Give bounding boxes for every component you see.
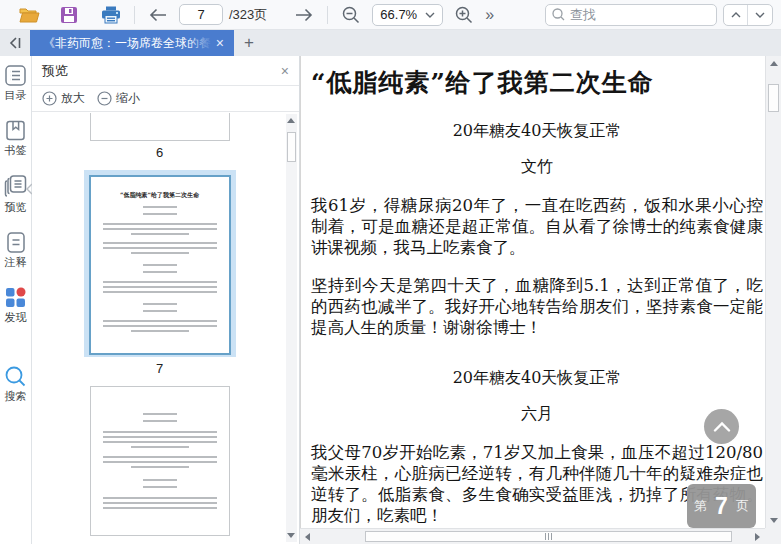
plus-circle-icon bbox=[42, 91, 57, 106]
sidebar-item-label: 发现 bbox=[5, 311, 27, 324]
sidebar-rail: 目录 书签 预览 注释 发现 搜索 bbox=[0, 56, 32, 544]
zoom-level-value: 66.7% bbox=[380, 7, 417, 22]
tab-bar: 《非药而愈：一场席卷全球的餐 × + bbox=[0, 30, 781, 56]
scroll-right-arrow-icon[interactable] bbox=[755, 533, 760, 541]
scroll-up-arrow-icon[interactable] bbox=[770, 61, 778, 66]
zoom-level-select[interactable]: 66.7% bbox=[372, 4, 443, 26]
find-input-box[interactable] bbox=[545, 4, 717, 26]
page-indicator-badge: 第 7 页 bbox=[687, 484, 756, 528]
thumbnail-zoom-in-button[interactable]: 放大 bbox=[42, 90, 85, 107]
open-file-button[interactable] bbox=[16, 3, 42, 27]
scrollbar-corner bbox=[765, 528, 781, 544]
print-button[interactable] bbox=[98, 3, 124, 27]
find-bar bbox=[545, 4, 773, 26]
thumbnail-zoom-out-button[interactable]: 缩小 bbox=[97, 90, 140, 107]
sidebar-item-label: 注释 bbox=[5, 256, 27, 269]
chevron-down-icon bbox=[425, 12, 435, 18]
main-toolbar: /323页 66.7% » bbox=[0, 0, 781, 30]
preview-panel-header: 预览 × bbox=[32, 56, 299, 86]
scroll-down-arrow-icon[interactable] bbox=[770, 518, 778, 523]
page-number-input[interactable] bbox=[179, 4, 223, 25]
preview-pages-icon bbox=[3, 174, 28, 199]
doc-title: “低脂纯素”给了我第二次生命 bbox=[311, 66, 763, 99]
sidebar-item-label: 书签 bbox=[5, 144, 27, 157]
preview-scrollbar-thumb[interactable] bbox=[287, 132, 296, 162]
doc-paragraph: 我61岁，得糖尿病20年了，一直在吃西药，饭和水果小心控制着，可是血糖还是超正常… bbox=[311, 195, 763, 258]
chevron-up-icon bbox=[731, 12, 741, 18]
doc-author: 文竹 bbox=[311, 157, 763, 178]
thumbnail-label: 6 bbox=[32, 145, 287, 160]
sidebar-item-bookmarks[interactable]: 书签 bbox=[0, 119, 31, 157]
arrow-right-icon bbox=[295, 8, 313, 22]
previous-page-button[interactable] bbox=[145, 3, 171, 27]
chevron-left-bar-icon bbox=[8, 36, 22, 50]
magnifier-plus-icon bbox=[455, 6, 473, 24]
sidebar-item-preview[interactable]: 预览 bbox=[0, 174, 31, 214]
sidebar-item-label: 搜索 bbox=[5, 390, 27, 403]
arrow-left-icon bbox=[149, 8, 167, 22]
find-previous-button[interactable] bbox=[724, 5, 748, 25]
sidebar-item-label: 预览 bbox=[5, 201, 27, 214]
sidebar-item-toc[interactable]: 目录 bbox=[0, 64, 31, 102]
preview-close-icon[interactable]: × bbox=[281, 64, 289, 78]
magnifier-minus-icon bbox=[342, 6, 360, 24]
doc-subtitle: 20年糖友40天恢复正常 bbox=[311, 121, 763, 142]
scroll-left-arrow-icon[interactable] bbox=[305, 533, 310, 541]
minus-circle-icon bbox=[97, 91, 112, 106]
scroll-up-arrow-icon[interactable] bbox=[287, 118, 295, 123]
back-to-top-button[interactable] bbox=[704, 409, 739, 444]
preview-panel-title: 预览 bbox=[42, 62, 281, 80]
document-tab[interactable]: 《非药而愈：一场席卷全球的餐 × bbox=[30, 30, 234, 56]
next-page-button[interactable] bbox=[291, 3, 317, 27]
save-button[interactable] bbox=[56, 3, 82, 27]
chevron-up-icon bbox=[713, 421, 731, 432]
page-badge-number: 7 bbox=[715, 493, 728, 520]
main-vertical-scrollbar[interactable] bbox=[765, 56, 781, 528]
scroll-tabs-left-button[interactable] bbox=[0, 30, 30, 56]
find-nav-buttons bbox=[723, 4, 773, 26]
tab-close-icon[interactable]: × bbox=[212, 36, 228, 50]
thumbnail-page-6[interactable] bbox=[90, 113, 230, 141]
thumbnail-selected-highlight: “低脂纯素”给了我第二次生命 bbox=[84, 170, 236, 357]
preview-scrollbar[interactable] bbox=[286, 114, 297, 542]
zoom-out-button[interactable] bbox=[338, 3, 364, 27]
toolbar-separator bbox=[327, 6, 328, 24]
preview-panel: 预览 × 放大 缩小 6 “低脂纯素”给了我第二次生命 bbox=[32, 56, 300, 544]
thumbnail-list: 6 “低脂纯素”给了我第二次生命 7 bbox=[32, 113, 287, 544]
document-page[interactable]: “低脂纯素”给了我第二次生命 20年糖友40天恢复正常 文竹 我61岁，得糖尿病… bbox=[300, 56, 765, 528]
more-tools-button[interactable]: » bbox=[485, 6, 494, 24]
annotation-icon bbox=[5, 231, 27, 254]
chevron-down-icon bbox=[755, 12, 765, 18]
tab-title: 《非药而愈：一场席卷全球的餐 bbox=[43, 35, 212, 52]
discover-icon bbox=[4, 286, 27, 309]
page-total-label: /323页 bbox=[229, 6, 267, 24]
sidebar-item-label: 目录 bbox=[5, 89, 27, 102]
preview-zoom-tools: 放大 缩小 bbox=[32, 86, 299, 112]
thumbnail-zoom-in-label: 放大 bbox=[61, 90, 85, 107]
page-badge-prefix: 第 bbox=[694, 497, 707, 515]
toolbar-separator bbox=[134, 6, 135, 24]
sidebar-item-search[interactable]: 搜索 bbox=[0, 365, 31, 403]
toc-icon bbox=[4, 64, 27, 87]
sidebar-item-annotations[interactable]: 注释 bbox=[0, 231, 31, 269]
find-next-button[interactable] bbox=[748, 5, 772, 25]
main-horizontal-scrollbar[interactable] bbox=[300, 528, 765, 544]
sidebar-item-discover[interactable]: 发现 bbox=[0, 286, 31, 324]
find-input[interactable] bbox=[570, 7, 710, 22]
printer-icon bbox=[101, 6, 121, 24]
vertical-scrollbar-thumb[interactable] bbox=[768, 84, 779, 112]
thumbnail-zoom-out-label: 缩小 bbox=[116, 90, 140, 107]
doc-author: 六月 bbox=[311, 404, 763, 425]
doc-paragraph: 坚持到今天是第四十天了，血糖降到5.1，达到正常值了，吃的西药也减半了。我好开心… bbox=[311, 275, 763, 338]
horizontal-scrollbar-thumb[interactable] bbox=[365, 531, 732, 542]
zoom-in-button[interactable] bbox=[451, 3, 477, 27]
save-floppy-icon bbox=[60, 6, 78, 24]
search-icon bbox=[552, 8, 565, 21]
bookmark-icon bbox=[4, 119, 27, 142]
thumbnail-page-7[interactable]: “低脂纯素”给了我第二次生命 bbox=[89, 175, 231, 355]
new-tab-button[interactable]: + bbox=[234, 30, 264, 56]
thumbnail-page-8[interactable] bbox=[90, 386, 230, 536]
search-icon bbox=[4, 365, 27, 388]
scroll-down-arrow-icon[interactable] bbox=[287, 533, 295, 538]
folder-open-icon bbox=[19, 6, 40, 23]
